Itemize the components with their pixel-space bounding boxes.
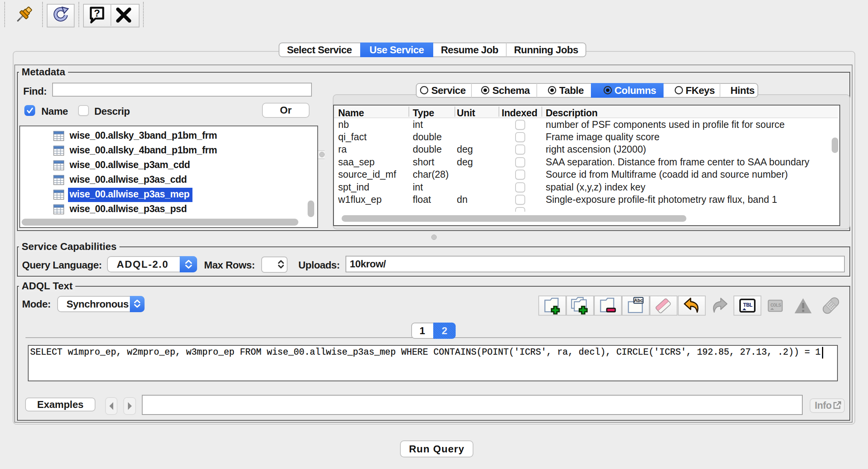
svg-text:TBL: TBL — [743, 302, 752, 309]
svg-text:?: ? — [94, 7, 100, 19]
svg-text:Abc: Abc — [634, 298, 643, 303]
svg-text:COLS: COLS — [770, 302, 781, 308]
